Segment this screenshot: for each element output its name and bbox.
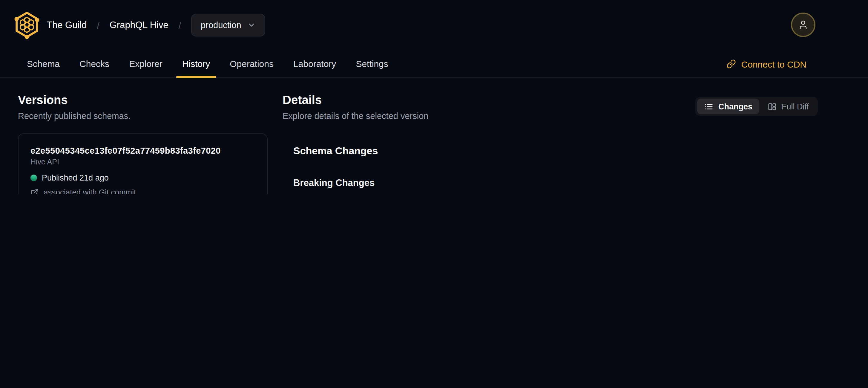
tab-settings[interactable]: Settings	[350, 50, 394, 77]
target-select[interactable]: production	[191, 14, 265, 36]
hive-logo-icon[interactable]	[14, 11, 39, 39]
details-header: Details Explore details of the selected …	[283, 93, 641, 121]
full-diff-toggle-label: Full Diff	[782, 102, 809, 111]
change-row: TypeLabwas removed	[293, 193, 844, 194]
tab-schema[interactable]: Schema	[21, 50, 66, 77]
list-icon	[705, 102, 714, 111]
versions-title: Versions	[18, 93, 268, 107]
top-bar: The Guild / GraphQL Hive / production	[0, 0, 868, 50]
connect-cdn-label: Connect to CDN	[741, 59, 806, 69]
external-link-icon	[30, 188, 39, 194]
user-icon	[798, 20, 808, 30]
service-name: Hive API	[30, 158, 255, 166]
tab-operations[interactable]: Operations	[224, 50, 280, 77]
tab-bar: Schema Checks Explorer History Operation…	[0, 50, 868, 78]
target-select-value: production	[201, 20, 241, 30]
breadcrumb-separator: /	[179, 20, 181, 30]
breadcrumb-org[interactable]: The Guild	[46, 20, 87, 30]
view-toggle: Changes Full Diff	[696, 97, 818, 116]
breaking-changes-group: Breaking Changes TypeLabwas removedField…	[293, 178, 844, 194]
details-subtitle: Explore details of the selected version	[283, 111, 641, 121]
schema-changes-title: Schema Changes	[293, 145, 844, 157]
full-diff-toggle-button[interactable]: Full Diff	[761, 99, 816, 114]
connect-cdn-link[interactable]: Connect to CDN	[726, 50, 806, 78]
breadcrumb-project[interactable]: GraphQL Hive	[110, 20, 168, 30]
versions-panel: Versions Recently published schemas. e2e…	[18, 93, 268, 194]
user-menu-button[interactable]	[791, 12, 815, 37]
published-status: Published 21d ago	[30, 173, 255, 182]
git-commit-label: associated with Git commit	[43, 188, 136, 194]
versions-list: e2e55045345ce13fe07f52a77459b83fa3fe7020…	[18, 133, 268, 194]
breaking-changes-list: TypeLabwas removedFieldlabwas removed fr…	[293, 193, 844, 194]
tab-checks[interactable]: Checks	[73, 50, 115, 77]
git-commit-link[interactable]: associated with Git commit	[30, 188, 255, 194]
app-root: The Guild / GraphQL Hive / production Sc…	[0, 0, 868, 194]
changes-toggle-label: Changes	[718, 102, 752, 111]
version-item[interactable]: e2e55045345ce13fe07f52a77459b83fa3fe7020…	[23, 139, 262, 194]
tab-history[interactable]: History	[176, 50, 216, 77]
changes-toggle-button[interactable]: Changes	[698, 99, 760, 114]
version-hash: e2e55045345ce13fe07f52a77459b83fa3fe7020	[30, 146, 255, 155]
link-icon	[726, 59, 736, 69]
versions-subtitle: Recently published schemas.	[18, 111, 268, 121]
chevron-down-icon	[247, 21, 256, 29]
columns-icon	[768, 102, 777, 111]
tab-laboratory[interactable]: Laboratory	[287, 50, 342, 77]
breadcrumb: The Guild / GraphQL Hive / production	[46, 0, 265, 50]
published-text: Published 21d ago	[42, 173, 109, 182]
tab-explorer[interactable]: Explorer	[123, 50, 168, 77]
schema-changes-section: Schema Changes Breaking Changes TypeLabw…	[293, 145, 844, 194]
published-dot-icon	[30, 175, 37, 181]
breaking-changes-title: Breaking Changes	[293, 178, 844, 188]
breadcrumb-separator: /	[97, 20, 99, 30]
details-title: Details	[283, 93, 641, 107]
